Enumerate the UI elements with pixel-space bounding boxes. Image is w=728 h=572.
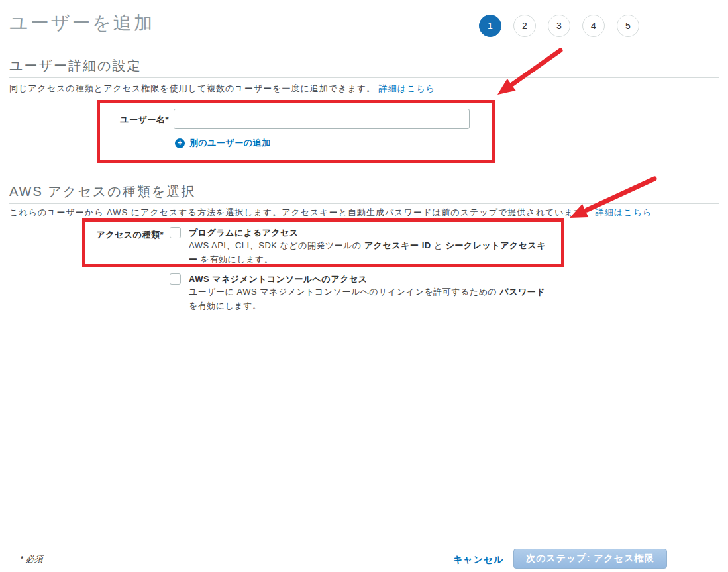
username-label: ユーザー名* [9,114,169,126]
username-input[interactable] [174,109,470,129]
console-access-checkbox[interactable] [170,273,181,285]
wizard-step-4: 4 [582,15,605,37]
wizard-step-3: 3 [548,15,570,37]
wizard-step-indicator: 1 2 3 4 5 [479,15,639,37]
access-type-description: これらのユーザーから AWS にアクセスする方法を選択します。アクセスキーと自動… [9,207,652,218]
required-note: * 必須 [20,553,43,565]
learn-more-link-access-type[interactable]: 詳細はこちら [596,207,652,217]
wizard-step-1: 1 [479,15,501,37]
user-details-description-text: 同じアクセスの種類とアクセス権限を使用して複数のユーザーを一度に追加できます。 [9,83,376,93]
add-another-user-label: 別のユーザーの追加 [189,137,271,149]
programmatic-access-description: AWS API、CLI、SDK などの開発ツールの アクセスキー ID と シー… [189,239,554,267]
console-access-description: ユーザーに AWS マネジメントコンソールへのサインインを許可するための パスワ… [189,285,554,313]
user-details-description: 同じアクセスの種類とアクセス権限を使用して複数のユーザーを一度に追加できます。 … [9,83,435,95]
console-access-title: AWS マネジメントコンソールへのアクセス [189,273,368,285]
footer-divider [0,540,728,540]
learn-more-link-user-details[interactable]: 詳細はこちら [379,83,435,93]
programmatic-access-title: プログラムによるアクセス [189,227,299,239]
section-heading-user-details: ユーザー詳細の設定 [9,57,141,75]
plus-circle-icon: + [175,138,185,148]
section-heading-access-type: AWS アクセスの種類を選択 [9,183,195,201]
annotation-arrow-username [497,50,560,95]
desc-bold-password: パスワード [499,287,545,297]
page-title: ユーザーを追加 [9,11,154,36]
desc-text: ユーザーに AWS マネジメントコンソールへのサインインを許可するための [189,287,499,297]
access-type-description-text: これらのユーザーから AWS にアクセスする方法を選択します。アクセスキーと自動… [9,207,592,217]
access-type-label: アクセスの種類* [9,229,164,241]
programmatic-access-checkbox[interactable] [170,227,181,238]
wizard-step-2: 2 [513,15,536,37]
desc-text: と [431,240,446,250]
desc-text: AWS API、CLI、SDK などの開発ツールの [189,240,364,250]
add-another-user-button[interactable]: + 別のユーザーの追加 [175,137,271,149]
wizard-step-5: 5 [617,15,639,37]
desc-text: を有効にします。 [189,301,262,310]
desc-text: を有効にします。 [198,254,274,264]
cancel-button[interactable]: キャンセル [453,554,504,566]
desc-bold-access-key-id: アクセスキー ID [364,240,431,250]
section-divider [9,203,719,204]
section-divider [9,77,719,78]
next-step-button[interactable]: 次のステップ: アクセス権限 [513,549,667,569]
